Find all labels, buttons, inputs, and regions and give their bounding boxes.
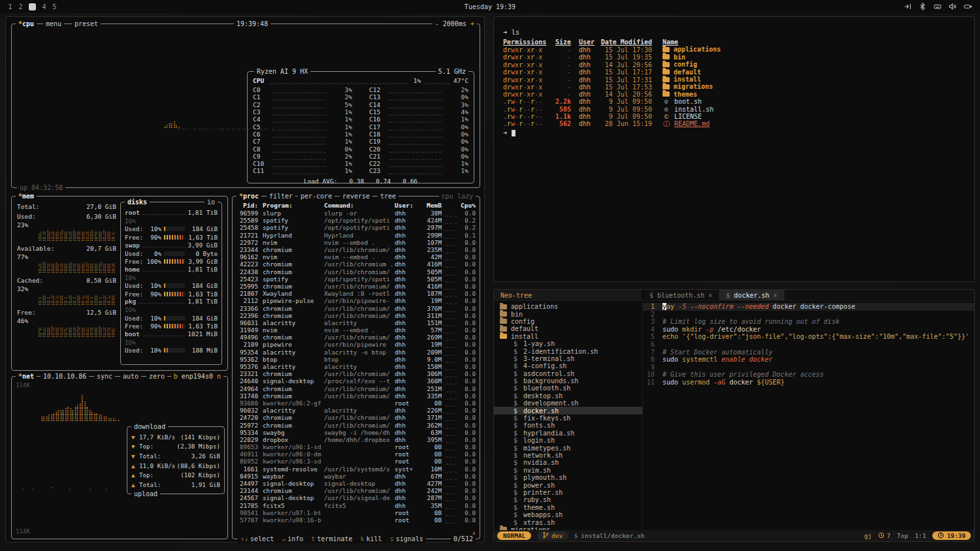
process-row[interactable]: 31949 nvim nvim --embed . dhh 57M ⣀⣀⣀ 0.… [237, 326, 476, 334]
process-row[interactable]: 49496 chromium /usr/lib/chromium/ dhh 26… [237, 334, 476, 341]
tree-item[interactable]: xtras.sh [494, 518, 642, 526]
process-row[interactable]: 22972 nvim nvim --embed . dhh 107M ⣀⣀⣀ 0… [237, 239, 476, 246]
tree-item[interactable]: theme.sh [494, 504, 642, 511]
editor-line[interactable]: 6 [643, 341, 974, 349]
process-row[interactable]: 25589 spotify /opt/spotify/spoti dhh 424… [237, 217, 476, 224]
process-row[interactable]: 24567 signal-desktop /usr/lib/signal-de … [237, 494, 476, 501]
tree-item[interactable]: ruby.sh [494, 496, 642, 503]
process-row[interactable]: 22029 dropbox /home/dhh/.dropbox dhh 395… [237, 436, 476, 443]
tree-item[interactable]: docker.sh [494, 407, 642, 414]
process-row[interactable]: 86952 kworker/u96:3-sd root 0B ⣀⣀⣀ 0.0 [237, 458, 476, 465]
process-row[interactable]: 46911 kworker/u96:0-dm root 0B ⣀⣀⣀ 0.0 [237, 450, 476, 458]
close-icon[interactable]: × [774, 292, 777, 299]
zero-button[interactable]: zero [146, 372, 167, 381]
column-mem[interactable]: MemB [418, 202, 442, 209]
process-row[interactable]: 21721 Hyprland Hyprland dhh 299M ⣀⣀⣀ 0.1 [237, 232, 476, 239]
process-row[interactable]: 90541 kworker/u97:1-bt root 0B ⣀⣀⣀ 0.0 [237, 509, 476, 516]
tree-item[interactable]: bin [494, 310, 642, 317]
process-row[interactable]: 21807 Xwayland Xwayland :0 -rootl dhh 18… [237, 290, 476, 297]
process-row[interactable]: 96162 nvim nvim --embed . dhh 42M ⣀⣀⣀ 0.… [237, 253, 476, 260]
sort-mode[interactable]: cpu lazy [439, 192, 476, 200]
process-row[interactable]: 23344 chromium /usr/lib/chromium/ dhh 23… [237, 246, 476, 253]
update-interval[interactable]: - 2000ms + [433, 20, 477, 28]
process-row[interactable]: 24720 chromium /usr/lib/chromium/ dhh 37… [237, 414, 476, 421]
process-action[interactable]: ↵info [282, 535, 303, 543]
filter-button[interactable]: filter [267, 192, 295, 200]
process-action[interactable]: tterminate [311, 535, 352, 543]
reverse-button[interactable]: reverse [340, 192, 372, 200]
tree-item[interactable]: power.sh [494, 481, 642, 488]
tree-item[interactable]: nvim.sh [494, 467, 642, 474]
process-row[interactable]: 95334 swaybg swaybg -i /home/dh dhh 63M … [237, 429, 476, 436]
process-row[interactable]: 24497 signal-desktop signal-desktop dhh … [237, 480, 476, 487]
tree-item[interactable]: backgrounds.sh [494, 377, 642, 385]
process-row[interactable]: 2112 pipewire-pulse /usr/bin/pipewire- d… [237, 297, 476, 304]
process-action[interactable]: kkill [361, 535, 382, 543]
menu-button[interactable]: menu [43, 20, 64, 28]
io-mode-button[interactable]: io [204, 198, 218, 206]
column-pid[interactable]: Pid: [237, 202, 263, 209]
tree-item[interactable]: webapps.sh [494, 511, 642, 518]
sync-button[interactable]: sync [94, 372, 115, 381]
editor-line[interactable]: 1 yay -S --noconfirm --needed docker doc… [643, 303, 974, 311]
editor-line[interactable]: 10 # Give this user privileged Docker ac… [643, 371, 974, 379]
tree-item[interactable]: default [494, 325, 642, 332]
tree-item[interactable]: plymouth.sh [494, 474, 642, 481]
tree-item[interactable]: 1-yay.sh [494, 340, 642, 347]
process-row[interactable]: 22438 chromium /usr/lib/chromium/ dhh 50… [237, 268, 476, 276]
process-row[interactable]: 22396 chromium /usr/lib/chromium/ dhh 31… [237, 312, 476, 319]
preset-button[interactable]: preset [72, 20, 101, 28]
process-row[interactable]: 24964 chromium /usr/lib/chromium/ dhh 25… [237, 385, 476, 392]
nvim-window[interactable]: Neo-tree $ bluetooth.sh × $ docker.sh × [493, 289, 975, 542]
tree-item[interactable]: printer.sh [494, 489, 642, 496]
tree-item[interactable]: 4-config.sh [494, 362, 642, 370]
buffer-tab[interactable]: $ bluetooth.sh × [643, 290, 719, 300]
process-row[interactable]: 95376 alacritty alacritty dhh 158M ⣀⣀⣀ 0… [237, 363, 476, 370]
terminal-window[interactable]: ➜ ls Permissions Size User Date Modified… [493, 16, 975, 282]
close-icon[interactable]: × [708, 292, 712, 299]
process-row[interactable]: 57707 kworker/u98:16-b root 0B ⣀⣀⣀ 0.0 [237, 516, 476, 524]
tree-button[interactable]: tree [378, 192, 399, 200]
tree-item[interactable]: bluetooth.sh [494, 385, 642, 392]
editor-line[interactable]: 4 sudo mkdir -p /etc/docker [643, 326, 974, 334]
column-cpu[interactable]: Cpu% [457, 202, 476, 209]
process-row[interactable]: 25458 spotify /opt/spotify/spoti dhh 297… [237, 224, 476, 231]
neotree-title[interactable]: Neo-tree [494, 290, 643, 300]
process-row[interactable]: 84915 waybar waybar dhh 67M ⣀⣀⣀ 0.0 [237, 473, 476, 480]
tree-item[interactable]: applications [494, 303, 642, 310]
process-row[interactable]: 25423 spotify /opt/spotify/spoti dhh 505… [237, 276, 476, 283]
tree-item[interactable]: network.sh [494, 452, 642, 459]
process-row[interactable]: 31740 chromium /usr/lib/chromium/ dhh 33… [237, 392, 476, 400]
tree-item[interactable]: asdcontrol.sh [494, 370, 642, 377]
process-action[interactable]: ↑↓select [240, 535, 274, 543]
per-core-button[interactable]: per-core [298, 192, 335, 200]
process-row[interactable]: 42223 chromium /usr/lib/chromium . dhh 4… [237, 260, 476, 268]
editor-line[interactable]: 5 echo '{"log-driver":"json-file","log-o… [643, 333, 974, 341]
tree-item[interactable]: login.sh [494, 437, 642, 444]
tree-item[interactable]: 3-terminal.sh [494, 355, 642, 362]
tree-item[interactable]: install [494, 333, 642, 340]
process-row[interactable]: 21785 fcitx5 fcitx5 dhh 35M ⣀⣀⣀ 0.0 [237, 502, 476, 509]
process-row[interactable]: 89653 kworker/u96:1-sd root 0B ⣀⣀⣀ 0.0 [237, 443, 476, 450]
process-row[interactable]: 23321 chromium /usr/lib/chromium/ dhh 30… [237, 370, 476, 377]
editor-buffer[interactable]: 1 yay -S --noconfirm --needed docker doc… [643, 301, 974, 530]
process-action[interactable]: ssignals [390, 535, 423, 543]
process-row[interactable]: 96599 slurp slurp -or dhh 38M ⣀⣀⣀ 0.0 [237, 210, 476, 217]
process-row[interactable]: 23366 chromium /usr/lib/chromium/ dhh 37… [237, 304, 476, 311]
process-row[interactable]: 25995 chromium /usr/lib/chromium/ dhh 41… [237, 283, 476, 290]
btop-window[interactable]: *cpu menu preset 19:39:48 - 2000ms + up … [5, 16, 485, 543]
process-row[interactable]: 24640 signal-desktop /proc/self/exe --t … [237, 377, 476, 385]
process-row[interactable]: 96031 alacritty alacritty dhh 151M ⣀⣀⣀ 0… [237, 319, 476, 326]
column-program[interactable]: Program: [263, 202, 324, 209]
tree-item[interactable]: mimetypes.sh [494, 444, 642, 451]
tree-item[interactable]: development.sh [494, 400, 642, 407]
editor-line[interactable]: 11 sudo usermod -aG docker ${USER} [643, 379, 974, 386]
buffer-tab[interactable]: $ docker.sh × [719, 290, 784, 300]
auto-button[interactable]: auto [120, 372, 141, 381]
tree-item[interactable]: hyprlandia.sh [494, 430, 642, 437]
process-row[interactable]: 1661 systemd-resolve /usr/lib/systemd/s … [237, 465, 476, 473]
editor-line[interactable]: 9 [643, 364, 974, 371]
editor-line[interactable]: 8 sudo systemctl enable docker [643, 356, 974, 364]
process-row[interactable]: 25972 chromium /usr/lib/chromium/ dhh 36… [237, 421, 476, 428]
process-row[interactable]: 2109 pipewire /usr/bin/pipewire dhh 19M … [237, 341, 476, 348]
